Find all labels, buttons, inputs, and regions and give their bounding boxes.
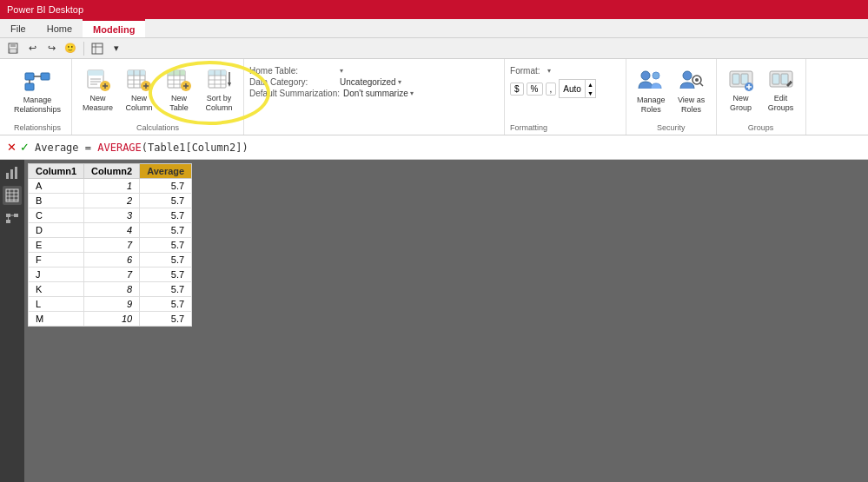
- percent-button[interactable]: %: [527, 83, 543, 96]
- formula-bar: ✕ ✓ Average = AVERAGE(Table1[Column2]): [0, 135, 868, 160]
- dollar-button[interactable]: $: [510, 83, 524, 96]
- relationships-icon: [23, 66, 51, 94]
- avg-cell: 5.7: [140, 223, 192, 238]
- new-group-label: New Group: [730, 94, 752, 113]
- properties-group: Home Table: Data Category: Uncategorized…: [244, 59, 505, 135]
- formula-cancel-button[interactable]: ✕: [7, 141, 17, 154]
- calculations-group-label: Calculations: [136, 123, 179, 135]
- increase-decimal-button[interactable]: ▲: [586, 80, 595, 89]
- formatting-group: Format: $ % , Auto ▲ ▼ Formatting: [505, 59, 626, 135]
- col2-cell: 10: [84, 312, 140, 327]
- tab-modeling[interactable]: Modeling: [83, 19, 145, 37]
- view-as-roles-label: View as Roles: [678, 96, 705, 115]
- format-row-2: $ % , Auto ▲ ▼: [510, 79, 620, 98]
- groups-buttons: New Group Edit Groups: [722, 63, 800, 123]
- auto-label: Auto: [560, 83, 585, 95]
- toolbar-dropdown[interactable]: ▾: [109, 41, 124, 56]
- default-summarization-row: Default Summarization: Don't summarize: [249, 89, 499, 98]
- col1-cell: C: [29, 208, 84, 223]
- format-dropdown[interactable]: [547, 67, 551, 75]
- svg-rect-61: [772, 74, 779, 84]
- sidebar-chart-icon[interactable]: [3, 163, 22, 182]
- table-select-button[interactable]: [89, 41, 105, 56]
- svg-rect-74: [14, 214, 18, 217]
- left-sidebar: [0, 160, 24, 482]
- tab-file[interactable]: File: [0, 19, 36, 37]
- data-category-label: Data Category:: [249, 77, 336, 87]
- svg-point-48: [641, 71, 650, 80]
- col2-header[interactable]: Column2: [84, 164, 140, 179]
- svg-rect-3: [92, 43, 103, 54]
- table-row: E 7 5.7: [29, 238, 192, 253]
- undo-button[interactable]: ↩: [24, 41, 40, 56]
- manage-relationships-label: Manage Relationships: [14, 96, 61, 115]
- svg-rect-1: [10, 43, 16, 47]
- decrease-decimal-button[interactable]: ▼: [586, 89, 595, 97]
- col1-cell: J: [29, 267, 84, 282]
- manage-roles-button[interactable]: Manage Roles: [632, 63, 671, 115]
- avg-cell: 5.7: [140, 194, 192, 208]
- relationships-buttons: Manage Relationships: [9, 63, 66, 123]
- col1-cell: D: [29, 223, 84, 238]
- new-column-label: New Column: [126, 94, 153, 113]
- new-column-icon: [125, 66, 153, 92]
- comma-button[interactable]: ,: [546, 83, 557, 96]
- emoji-button[interactable]: 🙂: [63, 41, 78, 56]
- table-row: F 6 5.7: [29, 253, 192, 267]
- edit-groups-button[interactable]: Edit Groups: [762, 63, 800, 115]
- formula-confirm-button[interactable]: ✓: [20, 141, 30, 154]
- avg-cell: 5.7: [140, 267, 192, 282]
- svg-rect-64: [6, 173, 9, 179]
- new-table-label: New Table: [169, 94, 189, 113]
- main-area: Column1 Column2 Average A 1 5.7 B 2 5.7 …: [0, 160, 868, 482]
- formula-func: AVERAGE: [97, 142, 142, 154]
- col1-header[interactable]: Column1: [29, 164, 84, 179]
- table-row: J 7 5.7: [29, 267, 192, 282]
- manage-roles-label: Manage Roles: [637, 96, 666, 115]
- new-group-icon: [727, 66, 755, 92]
- svg-line-53: [700, 83, 703, 86]
- view-as-roles-button[interactable]: View as Roles: [673, 63, 711, 115]
- new-table-button[interactable]: New Table: [160, 63, 198, 115]
- table-row: L 9 5.7: [29, 297, 192, 312]
- format-label: Format:: [510, 66, 545, 76]
- manage-relationships-button[interactable]: Manage Relationships: [9, 63, 66, 115]
- new-column-button[interactable]: New Column: [120, 63, 158, 115]
- svg-rect-30: [168, 70, 185, 76]
- avg-cell: 5.7: [140, 253, 192, 267]
- table-row: M 10 5.7: [29, 312, 192, 327]
- svg-point-52: [695, 78, 699, 82]
- home-table-dropdown[interactable]: [340, 67, 343, 75]
- formatting-group-label: Formatting: [510, 123, 547, 135]
- new-measure-button[interactable]: New Measure: [77, 63, 118, 115]
- sidebar-relationships-icon[interactable]: [3, 208, 22, 228]
- table-row: A 1 5.7: [29, 179, 192, 194]
- tab-home[interactable]: Home: [36, 19, 83, 37]
- table-row: C 3 5.7: [29, 208, 192, 223]
- redo-button[interactable]: ↪: [43, 41, 59, 56]
- avg-header[interactable]: Average: [140, 164, 192, 179]
- security-buttons: Manage Roles View as Roles: [632, 63, 711, 123]
- svg-rect-6: [25, 73, 34, 80]
- manage-roles-icon: [637, 66, 665, 94]
- avg-cell: 5.7: [140, 179, 192, 194]
- svg-rect-66: [15, 167, 17, 179]
- sort-by-column-button[interactable]: Sort by Column: [200, 63, 238, 115]
- data-table-area: Column1 Column2 Average A 1 5.7 B 2 5.7 …: [24, 160, 195, 482]
- separator: [83, 42, 84, 56]
- svg-rect-7: [41, 73, 50, 80]
- new-measure-icon: [84, 66, 112, 92]
- col2-cell: 4: [84, 223, 140, 238]
- data-category-value[interactable]: Uncategorized: [340, 77, 401, 87]
- edit-groups-icon: [767, 66, 795, 92]
- default-summarization-value[interactable]: Don't summarize: [343, 89, 414, 98]
- new-group-button[interactable]: New Group: [722, 63, 760, 115]
- security-group-label: Security: [657, 123, 686, 135]
- groups-group: New Group Edit Groups Groups: [717, 59, 806, 135]
- save-button[interactable]: [5, 41, 21, 56]
- svg-rect-73: [6, 214, 10, 217]
- avg-cell: 5.7: [140, 238, 192, 253]
- sidebar-table-icon[interactable]: [3, 186, 22, 205]
- formula-name: Average =: [35, 142, 97, 154]
- calculations-group: New Measure: [72, 59, 244, 135]
